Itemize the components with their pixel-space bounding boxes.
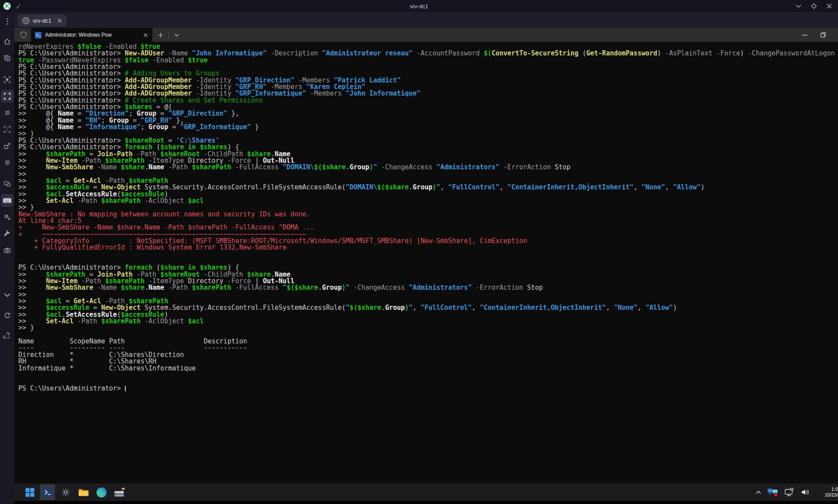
terminal-line: + FullyQualifiedErrorId : Windows System… bbox=[18, 244, 838, 251]
tab-srv-dc1[interactable]: srv-dc1 bbox=[18, 14, 66, 27]
terminal-line: >> New-SmbShare -Name $share.Name -Path … bbox=[18, 164, 838, 171]
terminal-minimize-icon[interactable] bbox=[802, 34, 807, 36]
terminal-tabbar: >_ Administrator: Windows Pow bbox=[14, 28, 838, 42]
pin-icon[interactable] bbox=[15, 3, 21, 9]
admin-shield-icon bbox=[20, 31, 28, 39]
taskbar-powershell-button[interactable] bbox=[40, 484, 55, 500]
sidebar-divider bbox=[2, 69, 13, 69]
window-title: srv-dc1 bbox=[96, 3, 742, 10]
taskbar-file-explorer-button[interactable] bbox=[76, 484, 91, 500]
displays-icon[interactable] bbox=[1, 178, 14, 190]
terminal-line: >> Set-Acl -Path $sharePath -AclObject $… bbox=[18, 318, 838, 325]
start-button[interactable] bbox=[22, 484, 37, 500]
window-detach-icon[interactable] bbox=[811, 3, 817, 9]
settings-gears-icon[interactable] bbox=[1, 211, 14, 223]
menu-icon[interactable] bbox=[1, 106, 14, 119]
display-icon[interactable] bbox=[785, 488, 795, 497]
tab-label: srv-dc1 bbox=[33, 17, 52, 24]
screenshot-camera-icon[interactable] bbox=[1, 244, 14, 257]
menu-alt-icon[interactable] bbox=[1, 156, 14, 169]
disconnect-icon[interactable] bbox=[1, 330, 14, 343]
screen: srv-dc1 srv-dc1 bbox=[0, 0, 838, 504]
terminal-line: >> Set-Acl -Path $sharePath -AclObject $… bbox=[18, 198, 838, 204]
terminal-line: New-SmbShare : No mapping between accoun… bbox=[18, 211, 838, 218]
folder-icon bbox=[78, 488, 89, 497]
viewer-tabstrip: srv-dc1 bbox=[14, 12, 838, 28]
taskbar: 1:0 10/23/ bbox=[14, 483, 838, 501]
sidebar-divider bbox=[2, 285, 13, 285]
reload-icon[interactable] bbox=[1, 309, 14, 322]
network-status-alert-icon[interactable] bbox=[767, 487, 779, 497]
tray-expand-icon[interactable] bbox=[755, 490, 762, 494]
fit-to-screen-icon[interactable] bbox=[1, 123, 14, 136]
terminal-line: >> @{ Name = "Informatique"; Group = "GR… bbox=[18, 124, 838, 130]
taskbar-server-manager-button[interactable] bbox=[112, 484, 127, 500]
home-icon[interactable] bbox=[1, 35, 14, 48]
terminal-line: Informatique * C:\Shares\Informatique bbox=[18, 365, 838, 372]
resize-guest-icon[interactable] bbox=[1, 140, 14, 152]
terminal-line bbox=[18, 251, 838, 258]
clock-date: 10/23/ bbox=[816, 492, 838, 498]
terminal-tab[interactable]: >_ Administrator: Windows Pow bbox=[31, 28, 152, 42]
new-tab-icon[interactable] bbox=[158, 32, 163, 38]
terminal-line bbox=[18, 372, 838, 378]
clock-time: 1:0 bbox=[816, 487, 838, 492]
terminal-content[interactable]: rdNeverExpires $false -Enabled $truePS C… bbox=[14, 42, 838, 483]
terminal-line: >> } bbox=[18, 325, 838, 331]
terminal-line bbox=[18, 378, 838, 385]
center-screen-icon[interactable] bbox=[1, 73, 14, 86]
terminal-tab-close-icon[interactable] bbox=[143, 33, 148, 38]
powershell-icon: >_ bbox=[35, 32, 41, 38]
terminal-restore-icon[interactable] bbox=[821, 32, 826, 38]
tab-close-icon[interactable] bbox=[57, 18, 62, 23]
tabbar-separator bbox=[169, 31, 169, 38]
terminal-tab-title: Administrator: Windows Pow bbox=[45, 32, 112, 38]
keyboard-icon[interactable] bbox=[1, 194, 14, 207]
terminal-line: >> New-SmbShare -Name $share.Name -Path … bbox=[18, 285, 838, 291]
app-titlebar: srv-dc1 bbox=[0, 0, 838, 12]
tab-dropdown-icon[interactable] bbox=[174, 34, 179, 37]
taskbar-edge-button[interactable] bbox=[94, 484, 109, 500]
tools-wrench-icon[interactable] bbox=[1, 227, 14, 240]
viewer-sidebar bbox=[0, 12, 14, 504]
window-collapse-icon[interactable] bbox=[796, 4, 801, 8]
app-logo-icon bbox=[3, 2, 11, 10]
window-close-icon[interactable] bbox=[827, 3, 832, 9]
terminal-line: true -PasswordNeverExpires $false -Enabl… bbox=[18, 57, 838, 64]
taskbar-settings-button[interactable] bbox=[58, 484, 73, 500]
terminal-line: PS C:\Users\Administrator> bbox=[18, 385, 838, 392]
vm-console-icon bbox=[22, 17, 30, 24]
collapse-chevron-icon[interactable] bbox=[1, 289, 14, 302]
new-window-icon[interactable] bbox=[1, 52, 14, 65]
volume-icon[interactable] bbox=[801, 488, 810, 496]
terminal-cursor bbox=[125, 386, 126, 391]
screen-letterbox bbox=[14, 501, 838, 504]
taskbar-clock[interactable]: 1:0 10/23/ bbox=[816, 487, 838, 498]
edge-icon bbox=[97, 487, 107, 497]
kebab-menu-icon[interactable] bbox=[1, 15, 14, 27]
fullscreen-icon[interactable] bbox=[1, 90, 14, 103]
sidebar-divider bbox=[2, 173, 13, 174]
